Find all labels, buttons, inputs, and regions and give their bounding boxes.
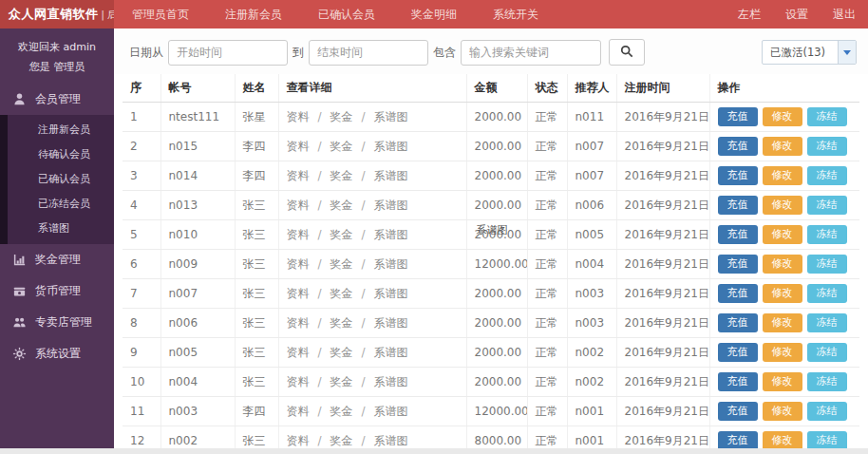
modify-button[interactable]: 修改 xyxy=(763,402,802,421)
freeze-button[interactable]: 冻结 xyxy=(807,313,847,332)
recharge-button[interactable]: 充值 xyxy=(718,284,758,303)
detail-link-profile[interactable]: 资料 xyxy=(287,316,310,330)
modify-button[interactable]: 修改 xyxy=(763,313,802,332)
recharge-button[interactable]: 充值 xyxy=(718,107,758,126)
sidebar-subitem-genealogy[interactable]: 系谱图 xyxy=(8,217,114,241)
detail-link-genealogy[interactable]: 系谱图 xyxy=(374,257,408,271)
row-name: 张三 xyxy=(235,426,278,449)
col-amount: 金额 xyxy=(466,74,527,103)
topnav-item-system-switch[interactable]: 系统开关 xyxy=(475,0,557,28)
detail-link-genealogy[interactable]: 系谱图 xyxy=(374,169,408,182)
detail-link-bonus[interactable]: 奖金 xyxy=(330,110,353,123)
freeze-button[interactable]: 冻结 xyxy=(807,196,847,215)
detail-link-genealogy[interactable]: 系谱图 xyxy=(374,405,408,418)
row-actions: 充值修改冻结 xyxy=(709,161,859,191)
detail-link-genealogy[interactable]: 系谱图 xyxy=(374,228,408,241)
topnav-item-register-member[interactable]: 注册新会员 xyxy=(207,0,300,28)
modify-button[interactable]: 修改 xyxy=(763,166,802,185)
recharge-button[interactable]: 充值 xyxy=(718,255,758,274)
detail-link-genealogy[interactable]: 系谱图 xyxy=(374,316,408,330)
detail-link-profile[interactable]: 资料 xyxy=(287,199,310,212)
detail-link-bonus[interactable]: 奖金 xyxy=(330,405,353,418)
recharge-button[interactable]: 充值 xyxy=(718,372,758,391)
detail-link-profile[interactable]: 资料 xyxy=(287,140,310,153)
freeze-button[interactable]: 冻结 xyxy=(807,166,847,185)
sidebar-item-bonus-management[interactable]: 奖金管理 xyxy=(0,244,114,275)
modify-button[interactable]: 修改 xyxy=(763,137,802,156)
detail-link-genealogy[interactable]: 系谱图 xyxy=(374,434,408,447)
detail-link-profile[interactable]: 资料 xyxy=(287,169,310,182)
detail-link-profile[interactable]: 资料 xyxy=(287,346,310,359)
freeze-button[interactable]: 冻结 xyxy=(807,225,847,244)
topnav-item-confirmed-members[interactable]: 已确认会员 xyxy=(300,0,393,28)
modify-button[interactable]: 修改 xyxy=(763,372,802,391)
modify-button[interactable]: 修改 xyxy=(763,431,802,448)
detail-link-bonus[interactable]: 奖金 xyxy=(330,434,353,447)
topbar-logout-link[interactable]: 退出 xyxy=(821,0,868,28)
sidebar-subitem-pending-members[interactable]: 待确认会员 xyxy=(8,142,114,167)
detail-link-genealogy[interactable]: 系谱图 xyxy=(374,346,408,359)
topbar-left-column-link[interactable]: 左栏 xyxy=(726,0,773,28)
modify-button[interactable]: 修改 xyxy=(763,255,802,274)
sidebar-subitem-frozen-members[interactable]: 已冻结会员 xyxy=(8,192,114,217)
recharge-button[interactable]: 充值 xyxy=(718,313,758,332)
detail-link-bonus[interactable]: 奖金 xyxy=(330,140,353,153)
detail-link-genealogy[interactable]: 系谱图 xyxy=(374,140,408,153)
freeze-button[interactable]: 冻结 xyxy=(807,372,847,391)
detail-link-profile[interactable]: 资料 xyxy=(287,257,310,271)
detail-link-profile[interactable]: 资料 xyxy=(287,375,310,388)
topnav-item-admin-home[interactable]: 管理员首页 xyxy=(114,0,207,28)
recharge-button[interactable]: 充值 xyxy=(718,343,758,362)
detail-link-bonus[interactable]: 奖金 xyxy=(330,228,353,241)
freeze-button[interactable]: 冻结 xyxy=(807,284,847,303)
recharge-button[interactable]: 充值 xyxy=(718,431,758,448)
recharge-button[interactable]: 充值 xyxy=(718,402,758,421)
topnav-item-bonus-details[interactable]: 奖金明细 xyxy=(393,0,475,28)
keyword-input[interactable] xyxy=(461,40,601,66)
recharge-button[interactable]: 充值 xyxy=(718,196,758,215)
detail-link-genealogy[interactable]: 系谱图 xyxy=(374,110,408,123)
modify-button[interactable]: 修改 xyxy=(763,343,802,362)
detail-link-genealogy[interactable]: 系谱图 xyxy=(374,199,408,212)
sidebar-subitem-confirmed-members[interactable]: 已确认会员 xyxy=(8,167,114,192)
detail-link-bonus[interactable]: 奖金 xyxy=(330,316,353,330)
date-from-input[interactable] xyxy=(168,40,288,66)
freeze-button[interactable]: 冻结 xyxy=(807,107,847,126)
detail-link-profile[interactable]: 资料 xyxy=(287,228,310,241)
sidebar-item-currency-management[interactable]: 货币管理 xyxy=(0,275,114,307)
detail-link-bonus[interactable]: 奖金 xyxy=(330,257,353,271)
detail-link-bonus[interactable]: 奖金 xyxy=(330,375,353,388)
freeze-button[interactable]: 冻结 xyxy=(807,137,847,156)
detail-link-genealogy[interactable]: 系谱图 xyxy=(374,375,408,388)
topbar-settings-link[interactable]: 设置 xyxy=(773,0,821,28)
row-detail-links: 资料/奖金/系谱图 xyxy=(278,368,466,397)
modify-button[interactable]: 修改 xyxy=(763,284,802,303)
detail-link-profile[interactable]: 资料 xyxy=(287,434,310,447)
freeze-button[interactable]: 冻结 xyxy=(807,343,847,362)
detail-link-profile[interactable]: 资料 xyxy=(287,110,310,123)
recharge-button[interactable]: 充值 xyxy=(718,137,758,156)
detail-link-genealogy[interactable]: 系谱图 xyxy=(374,287,408,300)
sidebar-item-system-settings[interactable]: 系统设置 xyxy=(0,338,114,369)
detail-link-bonus[interactable]: 奖金 xyxy=(330,199,353,212)
detail-link-profile[interactable]: 资料 xyxy=(287,287,310,300)
recharge-button[interactable]: 充值 xyxy=(718,225,758,244)
modify-button[interactable]: 修改 xyxy=(763,196,802,215)
detail-link-bonus[interactable]: 奖金 xyxy=(330,346,353,359)
sidebar-subitem-register-new-member[interactable]: 注册新会员 xyxy=(8,118,114,142)
search-button[interactable] xyxy=(609,39,645,66)
date-to-input[interactable] xyxy=(309,40,428,66)
sidebar-item-store-management[interactable]: 专卖店管理 xyxy=(0,307,114,338)
detail-link-bonus[interactable]: 奖金 xyxy=(330,287,353,300)
sidebar-item-member-management[interactable]: 会员管理 xyxy=(0,84,114,115)
detail-link-bonus[interactable]: 奖金 xyxy=(330,169,353,182)
modify-button[interactable]: 修改 xyxy=(763,107,802,126)
modify-button[interactable]: 修改 xyxy=(763,225,802,244)
freeze-button[interactable]: 冻结 xyxy=(807,402,847,421)
recharge-button[interactable]: 充值 xyxy=(718,166,758,185)
status-filter-select[interactable]: 已激活(13) xyxy=(762,40,857,65)
freeze-button[interactable]: 冻结 xyxy=(807,255,847,274)
detail-link-profile[interactable]: 资料 xyxy=(287,405,310,418)
row-amount: 8000.00 xyxy=(466,426,527,449)
freeze-button[interactable]: 冻结 xyxy=(807,431,847,448)
